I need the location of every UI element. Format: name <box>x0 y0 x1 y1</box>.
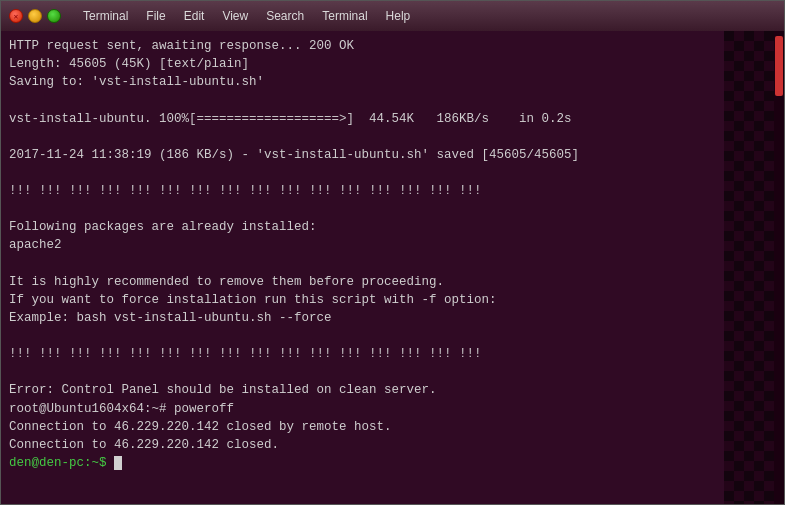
line-23: Connection to 46.229.220.142 closed. <box>9 436 776 454</box>
line-4 <box>9 91 776 109</box>
line-prompt: den@den-pc:~$ <box>9 454 776 472</box>
line-7: 2017-11-24 11:38:19 (186 KB/s) - 'vst-in… <box>9 146 776 164</box>
line-3: Saving to: 'vst-install-ubuntu.sh' <box>9 73 776 91</box>
maximize-button[interactable] <box>47 9 61 23</box>
line-9: !!! !!! !!! !!! !!! !!! !!! !!! !!! !!! … <box>9 182 776 200</box>
menu-bar: Terminal File Edit View Search Terminal … <box>75 7 418 25</box>
titlebar: ✕ Terminal File Edit View Search Termina… <box>1 1 784 31</box>
line-16: Example: bash vst-install-ubuntu.sh --fo… <box>9 309 776 327</box>
line-12: apache2 <box>9 236 776 254</box>
menu-terminal[interactable]: Terminal <box>75 7 136 25</box>
line-5: vst-install-ubuntu. 100%[===============… <box>9 110 776 128</box>
line-20: Error: Control Panel should be installed… <box>9 381 776 399</box>
line-15: If you want to force installation run th… <box>9 291 776 309</box>
menu-search[interactable]: Search <box>258 7 312 25</box>
terminal-window: ✕ Terminal File Edit View Search Termina… <box>0 0 785 505</box>
line-1: HTTP request sent, awaiting response... … <box>9 37 776 55</box>
menu-file[interactable]: File <box>138 7 173 25</box>
close-button[interactable]: ✕ <box>9 9 23 23</box>
line-19 <box>9 363 776 381</box>
line-6 <box>9 128 776 146</box>
line-17 <box>9 327 776 345</box>
line-14: It is highly recommended to remove them … <box>9 273 776 291</box>
line-8 <box>9 164 776 182</box>
line-13 <box>9 255 776 273</box>
terminal-output: HTTP request sent, awaiting response... … <box>9 37 776 472</box>
menu-edit[interactable]: Edit <box>176 7 213 25</box>
menu-view[interactable]: View <box>214 7 256 25</box>
minimize-button[interactable] <box>28 9 42 23</box>
line-10 <box>9 200 776 218</box>
line-22: Connection to 46.229.220.142 closed by r… <box>9 418 776 436</box>
terminal-body[interactable]: HTTP request sent, awaiting response... … <box>1 31 784 504</box>
menu-terminal2[interactable]: Terminal <box>314 7 375 25</box>
line-11: Following packages are already installed… <box>9 218 776 236</box>
window-controls: ✕ <box>9 9 61 23</box>
line-2: Length: 45605 (45K) [text/plain] <box>9 55 776 73</box>
line-21: root@Ubuntu1604x64:~# poweroff <box>9 400 776 418</box>
scrollbar-thumb[interactable] <box>775 36 783 96</box>
cursor <box>114 456 122 470</box>
menu-help[interactable]: Help <box>378 7 419 25</box>
line-18: !!! !!! !!! !!! !!! !!! !!! !!! !!! !!! … <box>9 345 776 363</box>
scrollbar[interactable] <box>774 31 784 504</box>
